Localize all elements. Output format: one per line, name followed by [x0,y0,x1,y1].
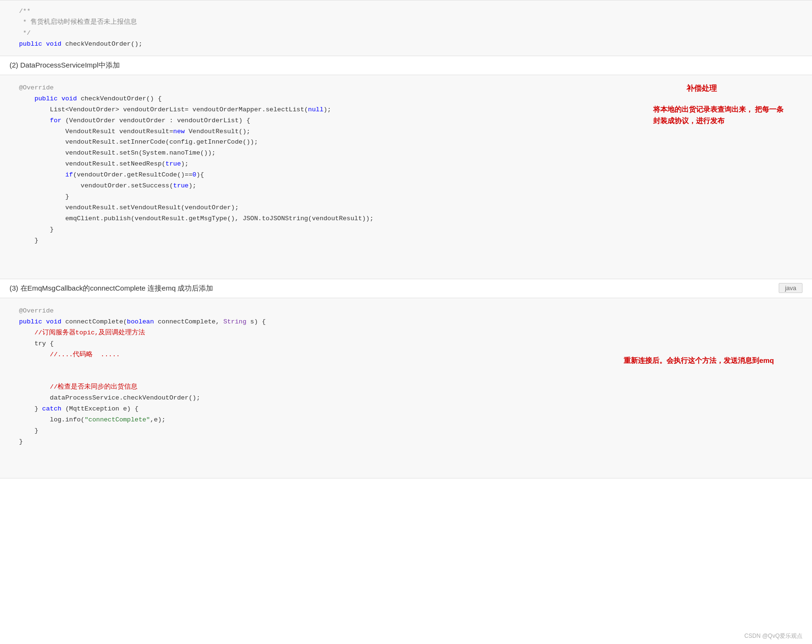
section2-label: (2) DataProcessServiceImpl中添加 [0,56,812,75]
code-block-2: 补偿处理 将本地的出货记录表查询出来， 把每一条封装成协议，进行发布 @Over… [0,75,812,279]
java-badge: java [779,283,802,293]
code-content-3: @Override public void connectComplete(bo… [19,306,793,448]
watermark: CSDN @QvQ爱乐观点 [744,632,802,640]
page-wrapper: /** * 售货机启动时候检查是否未上报信息 */ public void ch… [0,0,812,644]
code-content-1: /** * 售货机启动时候检查是否未上报信息 */ public void ch… [19,6,793,50]
code-block-3: 重新连接后。会执行这个方法，发送消息到emq @Override public … [0,298,812,478]
annotation-compensation: 补偿处理 [686,83,717,94]
annotation-reconnect: 重新连接后。会执行这个方法，发送消息到emq [624,355,774,366]
code-block-1: /** * 售货机启动时候检查是否未上报信息 */ public void ch… [0,0,812,56]
section3-label: (3) 在EmqMsgCallback的connectComplete 连接em… [0,279,812,298]
annotation-description: 将本地的出货记录表查询出来， 把每一条封装成协议，进行发布 [653,104,783,127]
